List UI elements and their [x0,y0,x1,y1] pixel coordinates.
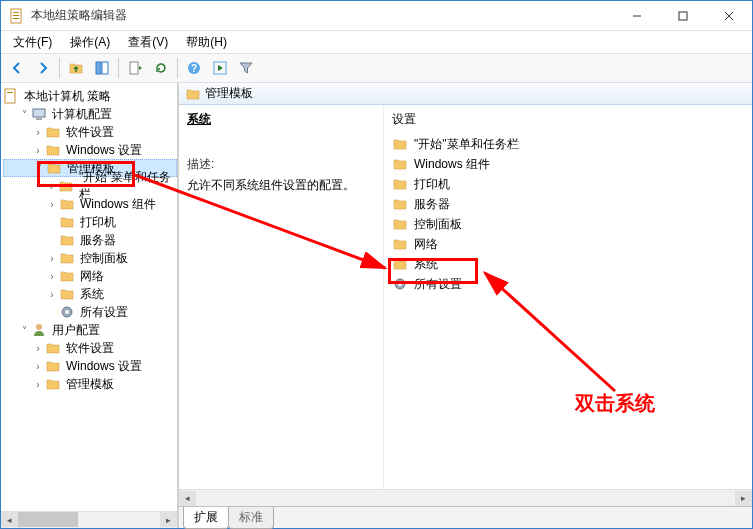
tree-hscrollbar[interactable]: ◂▸ [1,511,177,528]
chevron-down-icon[interactable]: ˅ [17,325,31,336]
scroll-thumb[interactable] [18,512,78,527]
scroll-left-icon[interactable]: ◂ [179,491,196,506]
toolbar: ? [1,53,752,83]
folder-icon [58,178,74,194]
setting-server[interactable]: 服务器 [384,194,752,214]
export-button[interactable] [123,56,147,80]
folder-icon [59,232,75,248]
chevron-right-icon[interactable]: › [45,289,59,300]
tab-standard[interactable]: 标准 [228,507,274,529]
window-title: 本地组策略编辑器 [31,7,614,24]
filter-button[interactable] [234,56,258,80]
folder-icon [45,142,61,158]
tree-network[interactable]: ›网络 [3,267,177,285]
svg-text:?: ? [191,63,197,74]
forward-button[interactable] [31,56,55,80]
tree-computer-config[interactable]: ˅ 计算机配置 [3,105,177,123]
settings-header: 设置 [384,111,752,134]
tab-extended[interactable]: 扩展 [183,507,229,529]
setting-system[interactable]: 系统 [384,254,752,274]
svg-point-19 [65,310,69,314]
chevron-right-icon[interactable]: › [31,343,45,354]
folder-icon [45,340,61,356]
scroll-right-icon[interactable]: ▸ [735,491,752,506]
svg-rect-1 [13,12,19,13]
minimize-button[interactable] [614,1,660,31]
svg-rect-3 [13,18,19,19]
policy-icon [3,88,19,104]
svg-rect-15 [7,92,13,93]
maximize-button[interactable] [660,1,706,31]
back-button[interactable] [5,56,29,80]
help-button[interactable]: ? [182,56,206,80]
folder-icon [45,358,61,374]
tree-control-panel[interactable]: ›控制面板 [3,249,177,267]
scroll-right-icon[interactable]: ▸ [160,512,177,527]
settings-icon [59,304,75,320]
chevron-down-icon[interactable]: ˅ [32,163,46,174]
chevron-right-icon[interactable]: › [31,127,45,138]
tree-server[interactable]: 服务器 [3,231,177,249]
computer-icon [31,106,47,122]
tree-u-admin[interactable]: ›管理模板 [3,375,177,393]
svg-rect-10 [130,62,138,74]
tree-windows-components[interactable]: ›Windows 组件 [3,195,177,213]
folder-icon [185,86,201,102]
tree-root[interactable]: 本地计算机 策略 [3,87,177,105]
scroll-left-icon[interactable]: ◂ [1,512,18,527]
tree-all-settings[interactable]: 所有设置 [3,303,177,321]
folder-icon [46,160,62,176]
close-button[interactable] [706,1,752,31]
tree-printer[interactable]: 打印机 [3,213,177,231]
tree-windows-settings[interactable]: ›Windows 设置 [3,141,177,159]
setting-windows-components[interactable]: Windows 组件 [384,154,752,174]
description-column: 系统 描述: 允许不同系统组件设置的配置。 [179,105,384,489]
section-heading: 系统 [187,111,375,128]
setting-network[interactable]: 网络 [384,234,752,254]
setting-start-taskbar[interactable]: "开始"菜单和任务栏 [384,134,752,154]
app-icon [9,8,25,24]
chevron-right-icon[interactable]: › [45,271,59,282]
refresh-button[interactable] [149,56,173,80]
setting-all-settings[interactable]: 所有设置 [384,274,752,294]
menu-action[interactable]: 操作(A) [62,32,118,53]
chevron-right-icon[interactable]: › [31,145,45,156]
svg-rect-8 [96,62,101,74]
chevron-right-icon[interactable]: › [45,253,59,264]
settings-icon [392,276,408,292]
play-button[interactable] [208,56,232,80]
menu-file[interactable]: 文件(F) [5,32,60,53]
tree-user-config[interactable]: ˅用户配置 [3,321,177,339]
path-header: 管理模板 [179,83,752,105]
setting-control-panel[interactable]: 控制面板 [384,214,752,234]
chevron-down-icon[interactable]: ˅ [17,109,31,120]
up-button[interactable] [64,56,88,80]
menu-view[interactable]: 查看(V) [120,32,176,53]
chevron-right-icon[interactable]: › [45,199,59,210]
folder-icon [392,256,408,272]
folder-icon [392,176,408,192]
tree-software-settings[interactable]: ›软件设置 [3,123,177,141]
folder-icon [392,196,408,212]
svg-point-20 [36,324,42,330]
menu-help[interactable]: 帮助(H) [178,32,235,53]
description-label: 描述: [187,156,375,173]
list-hscrollbar[interactable]: ◂▸ [179,489,752,506]
chevron-right-icon[interactable]: › [45,181,58,192]
tree-u-windows[interactable]: ›Windows 设置 [3,357,177,375]
path-text: 管理模板 [205,85,253,102]
titlebar: 本地组策略编辑器 [1,1,752,31]
right-pane: 管理模板 系统 描述: 允许不同系统组件设置的配置。 设置 "开始"菜单和任务栏… [179,83,752,528]
chevron-right-icon[interactable]: › [31,379,45,390]
user-icon [31,322,47,338]
svg-rect-9 [102,62,108,74]
tree-start-taskbar[interactable]: ›"开始"菜单和任务栏 [3,177,177,195]
show-hide-tree-button[interactable] [90,56,114,80]
setting-printer[interactable]: 打印机 [384,174,752,194]
tree-pane[interactable]: 本地计算机 策略 ˅ 计算机配置 ›软件设置 ›Windows 设置 ˅管理模板… [1,83,179,511]
svg-rect-14 [5,89,15,103]
tree-system[interactable]: ›系统 [3,285,177,303]
chevron-right-icon[interactable]: › [31,361,45,372]
tree-u-software[interactable]: ›软件设置 [3,339,177,357]
folder-icon [59,286,75,302]
